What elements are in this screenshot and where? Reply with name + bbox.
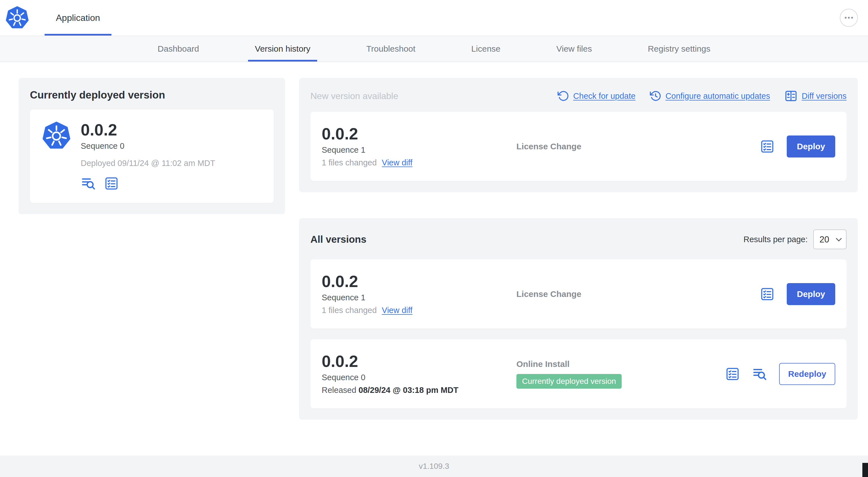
release-notes-icon-button[interactable]: [104, 176, 119, 191]
auto-update-icon: [650, 90, 661, 102]
kubernetes-logo-icon: [6, 6, 29, 30]
tab-license[interactable]: License: [464, 36, 507, 62]
kubernetes-icon: [42, 121, 70, 150]
files-changed-label: 1 files changed: [322, 306, 377, 315]
tab-application[interactable]: Application: [44, 0, 112, 35]
sequence-label: Sequence 0: [322, 373, 505, 382]
deployed-title: Currently deployed version: [30, 89, 274, 101]
all-versions-card: All versions Results per page: 20: [299, 218, 858, 420]
all-versions-header: All versions Results per page: 20: [310, 230, 846, 249]
check-for-update-link[interactable]: Check for update: [557, 90, 636, 102]
row-actions: Redeploy: [725, 363, 835, 385]
deployed-version-number: 0.0.2: [81, 121, 215, 138]
new-version-header: New version available Check for update: [310, 89, 846, 103]
currently-deployed-badge: Currently deployed version: [517, 374, 622, 389]
topbar-spacer: [112, 0, 840, 35]
deployed-version-info: 0.0.2 Sequence 0 Deployed 09/11/24 @ 11:…: [81, 121, 215, 191]
row-actions: Deploy: [760, 283, 835, 305]
app-footer: v1.109.3: [0, 455, 868, 477]
release-notes-icon-button[interactable]: [760, 139, 775, 154]
diff-icon: [784, 89, 798, 103]
deploy-button[interactable]: Deploy: [787, 283, 835, 305]
release-notes-text: License Change: [517, 142, 748, 151]
version-row-sequence-1: 0.0.2 Sequence 1 1 files changed View di…: [310, 259, 846, 329]
tab-view-files[interactable]: View files: [550, 36, 599, 62]
scrollbar-artifact: [862, 463, 868, 477]
kubernetes-logo: [6, 0, 32, 35]
kots-admin-page: Application ••• Dashboard Version histor…: [0, 0, 868, 477]
release-notes-column: License Change: [517, 289, 748, 299]
release-notes-icon: [760, 287, 775, 302]
diff-versions-label: Diff versions: [802, 91, 846, 101]
results-per-page-select-wrap: 20: [813, 230, 846, 249]
logs-icon-button[interactable]: [752, 366, 767, 382]
refresh-icon: [557, 90, 569, 102]
main-content: Currently deployed version: [0, 62, 868, 431]
released-line: Released08/29/24 @ 03:18 pm MDT: [322, 386, 505, 395]
right-column: New version available Check for update: [299, 78, 858, 420]
released-date: 08/29/24 @ 03:18 pm MDT: [359, 386, 459, 395]
version-info: 0.0.2 Sequence 1 1 files changed View di…: [322, 273, 505, 315]
deployed-version-card: 0.0.2 Sequence 0 Deployed 09/11/24 @ 11:…: [30, 110, 274, 203]
all-versions-title: All versions: [310, 234, 366, 245]
version-header-actions: Check for update Configure automatic upd…: [557, 89, 846, 103]
release-notes-icon: [760, 139, 775, 154]
view-diff-link[interactable]: View diff: [382, 158, 412, 168]
files-changed-line: 1 files changed View diff: [322, 158, 505, 168]
currently-deployed-card: Currently deployed version: [19, 78, 285, 214]
app-tab-label: Application: [56, 13, 100, 23]
files-changed-line: 1 files changed View diff: [322, 306, 505, 315]
sequence-label: Sequence 1: [322, 293, 505, 302]
tab-version-history[interactable]: Version history: [248, 36, 317, 62]
deployed-icon-actions: [81, 176, 215, 191]
row-actions: Deploy: [760, 136, 835, 157]
redeploy-button[interactable]: Redeploy: [779, 363, 835, 385]
release-notes-text: License Change: [517, 289, 748, 299]
new-version-title: New version available: [310, 91, 398, 101]
version-number: 0.0.2: [322, 273, 505, 290]
release-notes-icon: [104, 176, 119, 191]
release-notes-icon-button[interactable]: [725, 366, 740, 382]
ellipsis-icon: •••: [844, 14, 854, 21]
configure-auto-updates-label: Configure automatic updates: [665, 91, 770, 101]
app-header: Application •••: [0, 0, 868, 36]
kots-version-label: v1.109.3: [419, 462, 449, 471]
logs-icon-button[interactable]: [81, 176, 96, 191]
diff-versions-link[interactable]: Diff versions: [784, 89, 846, 103]
release-notes-icon: [725, 366, 740, 382]
released-label: Released: [322, 386, 356, 395]
kubernetes-icon-svg: [42, 121, 70, 150]
version-row-sequence-0: 0.0.2 Sequence 0 Released08/29/24 @ 03:1…: [310, 339, 846, 409]
view-diff-link[interactable]: View diff: [382, 306, 412, 315]
logs-icon: [81, 176, 96, 191]
results-per-page-select[interactable]: 20: [813, 230, 846, 249]
release-notes-text: Online Install: [517, 359, 714, 369]
version-info: 0.0.2 Sequence 0 Released08/29/24 @ 03:1…: [322, 353, 505, 395]
files-changed-label: 1 files changed: [322, 158, 377, 168]
release-notes-column: Online Install Currently deployed versio…: [517, 359, 714, 389]
version-number: 0.0.2: [322, 353, 505, 369]
more-menu-button[interactable]: •••: [840, 9, 858, 27]
results-per-page: Results per page: 20: [744, 230, 846, 249]
deployed-timestamp: Deployed 09/11/24 @ 11:02 am MDT: [81, 159, 215, 168]
tab-registry-settings[interactable]: Registry settings: [641, 36, 717, 62]
deploy-button[interactable]: Deploy: [787, 136, 835, 157]
check-for-update-label: Check for update: [573, 91, 636, 101]
version-number: 0.0.2: [322, 125, 505, 142]
version-info: 0.0.2 Sequence 1 1 files changed View di…: [322, 125, 505, 168]
deployed-sequence: Sequence 0: [81, 141, 215, 151]
release-notes-icon-button[interactable]: [760, 287, 775, 302]
tab-dashboard[interactable]: Dashboard: [151, 36, 206, 62]
new-version-row: 0.0.2 Sequence 1 1 files changed View di…: [310, 112, 846, 181]
new-version-card: New version available Check for update: [299, 78, 858, 192]
results-per-page-label: Results per page:: [744, 235, 808, 244]
configure-auto-updates-link[interactable]: Configure automatic updates: [650, 90, 770, 102]
logs-icon: [752, 366, 767, 382]
tab-troubleshoot[interactable]: Troubleshoot: [360, 36, 422, 62]
sequence-label: Sequence 1: [322, 145, 505, 155]
secondary-nav: Dashboard Version history Troubleshoot L…: [0, 36, 868, 62]
release-notes-column: License Change: [517, 142, 748, 151]
